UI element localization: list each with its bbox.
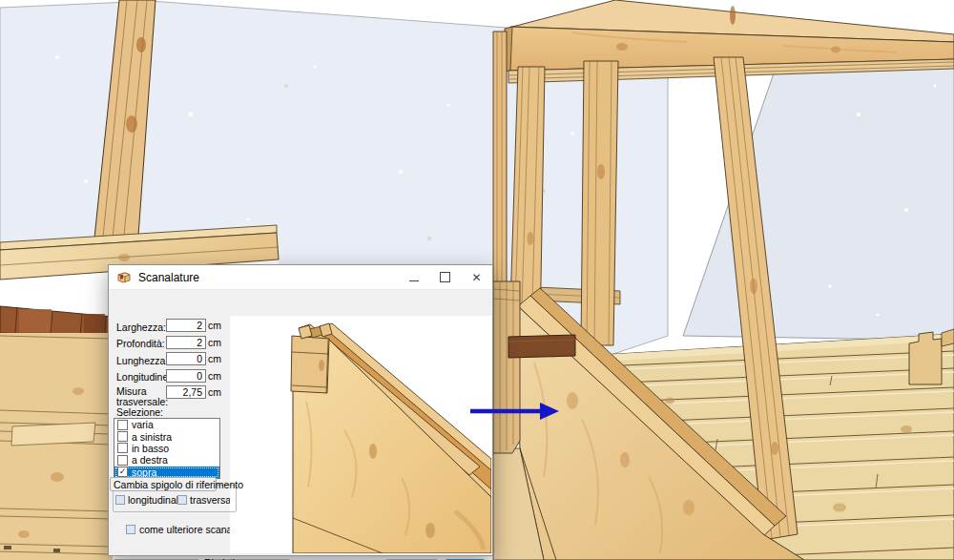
checkbox-in-basso[interactable] — [117, 443, 128, 453]
field-label-longitudine: Longitudine: — [116, 371, 171, 383]
checkbox-sopra-checked[interactable]: ✓ — [117, 467, 128, 477]
list-item-varia[interactable]: varia — [114, 419, 219, 430]
selection-label: Selezione: — [116, 406, 163, 418]
close-icon: ✕ — [471, 271, 481, 284]
list-item-a-destra[interactable]: a destra — [114, 454, 219, 466]
dialog-title: Scanalature — [138, 271, 199, 284]
checkbox-varia[interactable] — [117, 420, 128, 430]
corner-stud-column — [493, 281, 520, 453]
reference-group-title: Cambia spigolo di riferimento — [110, 477, 217, 491]
scanalature-icon — [116, 270, 132, 285]
field-label-larghezza: Larghezza: — [116, 321, 166, 333]
list-item-a-sinistra[interactable]: a sinistra — [114, 430, 219, 442]
larghezza-input[interactable] — [166, 319, 206, 332]
ulteriore-scanalatura-checkbox[interactable] — [126, 525, 135, 534]
unit-label: cm — [208, 337, 221, 348]
lunghezza-input[interactable] — [166, 352, 206, 365]
list-item-in-basso[interactable]: in basso — [114, 443, 219, 454]
brick-block — [508, 335, 575, 358]
groove-preview-viewport[interactable] — [230, 316, 491, 553]
longitudine-input[interactable] — [166, 369, 206, 383]
checkbox-a-destra[interactable] — [117, 455, 128, 466]
unit-label: cm — [208, 370, 221, 382]
minimize-icon — [409, 280, 419, 281]
checkbox-a-sinistra[interactable] — [117, 431, 128, 442]
profondita-input[interactable] — [166, 336, 206, 349]
minimize-button[interactable] — [398, 265, 429, 289]
app-window: Scanalature ✕ Larghezza: cm Profondità: … — [0, 0, 954, 560]
dialog-titlebar[interactable]: Scanalature ✕ — [109, 265, 492, 289]
unit-label: cm — [208, 353, 221, 364]
unit-label: cm — [208, 386, 221, 398]
log-wall — [0, 333, 113, 560]
misura-trasversale-input[interactable] — [166, 385, 206, 399]
maximize-button[interactable] — [429, 265, 461, 289]
unit-label: cm — [208, 320, 221, 331]
maximize-icon — [440, 272, 450, 282]
scanalature-dialog: Scanalature ✕ Larghezza: cm Profondità: … — [108, 264, 493, 556]
dialog-body: Larghezza: cm Profondità: cm Lunghezza: … — [109, 289, 492, 555]
groove-preview-drawing — [230, 316, 491, 553]
selection-listbox: varia a sinistra in basso a destra ✓ sop… — [114, 418, 220, 479]
field-label-profondita: Profondità: — [116, 338, 165, 349]
field-label-lunghezza: Lunghezza: — [116, 355, 168, 366]
close-button[interactable]: ✕ — [461, 265, 492, 289]
